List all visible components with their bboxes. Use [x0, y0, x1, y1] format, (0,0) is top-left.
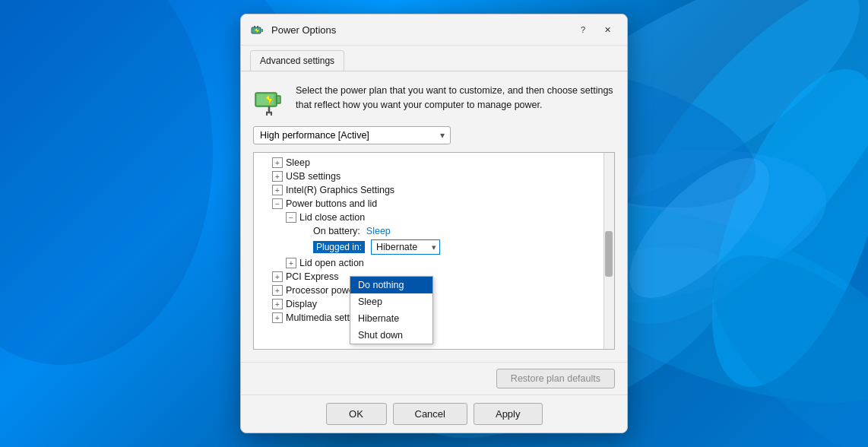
apply-button[interactable]: Apply — [474, 403, 543, 425]
tree-label-pci: PCI Express — [286, 271, 338, 282]
dropdown-popup: Do nothing Sleep Hibernate Shut down — [350, 276, 433, 344]
tree-item-power-buttons[interactable]: − Power buttons and lid — [254, 197, 614, 211]
expander-intel[interactable]: + — [272, 185, 283, 195]
popup-option-sleep[interactable]: Sleep — [350, 293, 432, 310]
on-battery-row: On battery: Sleep — [254, 224, 614, 238]
tree-item-pci[interactable]: + PCI Express — [254, 270, 614, 284]
popup-option-hibernate[interactable]: Hibernate — [350, 310, 432, 327]
svg-rect-12 — [261, 29, 263, 32]
power-options-dialog: Power Options ? ✕ Advanced settings — [240, 14, 628, 433]
title-bar-icon — [250, 22, 265, 37]
plan-select-wrapper: High performance [Active] Balanced Power… — [253, 126, 451, 144]
dialog-footer: OK Cancel Apply — [241, 395, 627, 433]
dialog-body: Select the power plan that you want to c… — [241, 71, 627, 362]
help-button[interactable]: ? — [572, 21, 594, 39]
restore-defaults-button[interactable]: Restore plan defaults — [496, 369, 615, 388]
plan-select[interactable]: High performance [Active] Balanced Power… — [253, 126, 451, 144]
expander-lid-open[interactable]: + — [286, 258, 296, 268]
advanced-settings-tab[interactable]: Advanced settings — [250, 50, 344, 71]
svg-rect-14 — [257, 26, 258, 27]
bottom-area: Restore plan defaults — [241, 362, 627, 395]
svg-rect-13 — [254, 26, 255, 27]
cancel-button[interactable]: Cancel — [393, 403, 467, 425]
close-button[interactable]: ✕ — [597, 21, 618, 39]
expander-pci[interactable]: + — [272, 271, 283, 282]
info-text: Select the power plan that you want to c… — [296, 84, 615, 113]
expander-lid-close[interactable]: − — [286, 212, 296, 223]
tree-item-lid-close[interactable]: − Lid close action — [254, 211, 614, 224]
dialog-title: Power Options — [271, 24, 566, 36]
tree-item-multimedia[interactable]: + Multimedia settings — [254, 311, 614, 325]
info-section: Select the power plan that you want to c… — [253, 84, 615, 116]
expander-usb[interactable]: + — [272, 171, 283, 182]
svg-rect-17 — [277, 96, 280, 103]
tree-label-display: Display — [286, 299, 317, 309]
tab-bar: Advanced settings — [241, 46, 627, 71]
scrollbar-thumb[interactable] — [605, 231, 613, 277]
tree-item-processor[interactable]: + Processor power m... — [254, 284, 614, 297]
title-bar: Power Options ? ✕ — [241, 14, 627, 46]
tree-item-lid-open[interactable]: + Lid open action — [254, 256, 614, 270]
title-bar-controls: ? ✕ — [572, 21, 618, 39]
tree-item-intel[interactable]: + Intel(R) Graphics Settings — [254, 183, 614, 197]
tree-label-sleep: Sleep — [286, 157, 310, 168]
plugged-in-dropdown[interactable]: Do nothing Sleep Hibernate Shut down — [371, 239, 440, 255]
dialog-overlay: Power Options ? ✕ Advanced settings — [0, 0, 868, 447]
tree-label-lid-close: Lid close action — [299, 212, 365, 223]
on-battery-label: On battery: — [313, 226, 360, 236]
info-icon — [253, 84, 285, 116]
plugged-in-row: Plugged in: Do nothing Sleep Hibernate S… — [254, 238, 614, 256]
on-battery-value: Sleep — [366, 226, 391, 236]
power-icon — [250, 22, 265, 37]
popup-option-shutdown[interactable]: Shut down — [350, 327, 432, 344]
tree-area: + Sleep + USB settings + Intel(R) Graphi… — [253, 152, 615, 350]
popup-option-do-nothing[interactable]: Do nothing — [350, 277, 432, 293]
tree-label-intel: Intel(R) Graphics Settings — [286, 185, 394, 195]
plugged-in-dropdown-wrapper: Do nothing Sleep Hibernate Shut down — [371, 239, 440, 255]
tree-item-sleep[interactable]: + Sleep — [254, 156, 614, 170]
tree-label-lid-open: Lid open action — [299, 258, 364, 268]
ok-button[interactable]: OK — [326, 403, 387, 425]
expander-processor[interactable]: + — [272, 285, 283, 296]
expander-display[interactable]: + — [272, 299, 283, 309]
tree-item-usb[interactable]: + USB settings — [254, 170, 614, 183]
expander-sleep[interactable]: + — [272, 157, 283, 168]
tree-label-usb: USB settings — [286, 171, 341, 182]
battery-power-icon — [253, 84, 285, 116]
expander-power-buttons[interactable]: − — [272, 198, 283, 209]
plan-select-row: High performance [Active] Balanced Power… — [253, 126, 615, 144]
tree-label-power-buttons: Power buttons and lid — [286, 198, 377, 209]
tree-item-display[interactable]: + Display — [254, 297, 614, 311]
scrollbar-track[interactable] — [603, 153, 614, 349]
expander-multimedia[interactable]: + — [272, 312, 283, 323]
plugged-in-label: Plugged in: — [313, 241, 365, 253]
